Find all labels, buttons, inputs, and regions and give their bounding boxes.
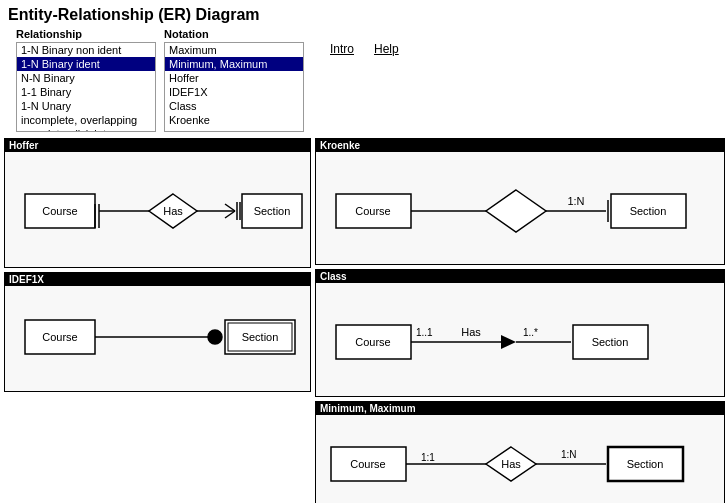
- svg-text:Course: Course: [355, 205, 390, 217]
- not-item-3[interactable]: Hoffer: [165, 71, 303, 85]
- minmax-title: Minimum, Maximum: [316, 402, 724, 415]
- not-item-2[interactable]: Minimum, Maximum: [165, 57, 303, 71]
- class-panel: Class Course 1..1 Has 1: [315, 269, 725, 396]
- svg-text:Course: Course: [42, 205, 77, 217]
- minmax-panel: Minimum, Maximum Course 1:1 Has 1:: [315, 401, 725, 503]
- svg-text:1:1: 1:1: [421, 452, 435, 463]
- svg-marker-25: [486, 190, 546, 232]
- svg-text:Has: Has: [461, 326, 481, 338]
- not-item-5[interactable]: Class: [165, 99, 303, 113]
- svg-text:Course: Course: [350, 458, 385, 470]
- hoffer-panel: Hoffer Course Has: [4, 138, 311, 268]
- svg-text:Section: Section: [254, 205, 291, 217]
- hoffer-diagram: Course Has: [5, 152, 310, 268]
- relationship-listbox[interactable]: 1-N Binary non ident 1-N Binary ident N-…: [16, 42, 156, 132]
- kroenke-title: Kroenke: [316, 139, 724, 152]
- idef1x-diagram: Course Section: [5, 286, 310, 392]
- relationship-label: Relationship: [16, 28, 156, 40]
- svg-text:1..*: 1..*: [523, 327, 538, 338]
- rel-item-5[interactable]: 1-N Unary: [17, 99, 155, 113]
- rel-item-3[interactable]: N-N Binary: [17, 71, 155, 85]
- svg-text:Has: Has: [163, 205, 183, 217]
- svg-marker-36: [501, 335, 516, 349]
- rel-item-2[interactable]: 1-N Binary ident: [17, 57, 155, 71]
- intro-link[interactable]: Intro: [330, 42, 354, 56]
- notation-listbox[interactable]: Maximum Minimum, Maximum Hoffer IDEF1X C…: [164, 42, 304, 132]
- idef1x-panel: IDEF1X Course Section: [4, 272, 311, 392]
- not-item-1[interactable]: Maximum: [165, 43, 303, 57]
- notation-label: Notation: [164, 28, 304, 40]
- class-title: Class: [316, 270, 724, 283]
- svg-line-9: [225, 211, 235, 218]
- page-title: Entity-Relationship (ER) Diagram: [0, 0, 728, 28]
- idef1x-title: IDEF1X: [5, 273, 310, 286]
- minmax-diagram: Course 1:1 Has 1:N Section: [316, 415, 724, 503]
- kroenke-panel: Kroenke Course 1:N: [315, 138, 725, 265]
- not-item-4[interactable]: IDEF1X: [165, 85, 303, 99]
- svg-text:1:N: 1:N: [567, 195, 584, 207]
- svg-text:Section: Section: [630, 205, 667, 217]
- svg-text:Course: Course: [355, 336, 390, 348]
- svg-text:Has: Has: [501, 458, 521, 470]
- kroenke-diagram: Course 1:N Section: [316, 152, 724, 265]
- svg-point-18: [208, 330, 222, 344]
- svg-text:Section: Section: [242, 331, 279, 343]
- svg-text:1..1: 1..1: [416, 327, 433, 338]
- class-diagram: Course 1..1 Has 1..* Section: [316, 283, 724, 396]
- not-item-6[interactable]: Kroenke: [165, 113, 303, 127]
- help-link[interactable]: Help: [374, 42, 399, 56]
- svg-text:Section: Section: [592, 336, 629, 348]
- rel-item-4[interactable]: 1-1 Binary: [17, 85, 155, 99]
- svg-text:Course: Course: [42, 331, 77, 343]
- rel-item-6[interactable]: incomplete, overlapping: [17, 113, 155, 127]
- rel-item-1[interactable]: 1-N Binary non ident: [17, 43, 155, 57]
- svg-line-8: [225, 204, 235, 211]
- rel-item-7[interactable]: complete, disjoint: [17, 127, 155, 132]
- svg-text:Section: Section: [627, 458, 664, 470]
- svg-text:1:N: 1:N: [561, 449, 577, 460]
- hoffer-title: Hoffer: [5, 139, 310, 152]
